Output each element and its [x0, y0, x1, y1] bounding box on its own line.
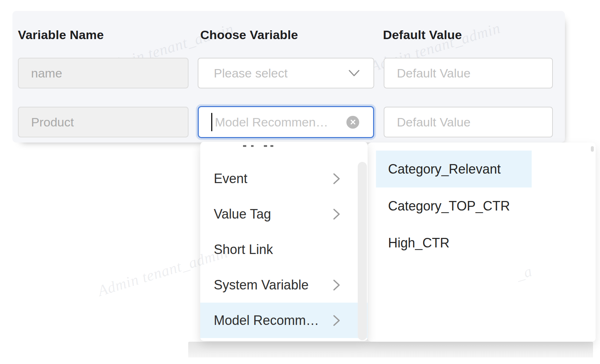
- clear-icon[interactable]: [346, 116, 359, 129]
- next-section-edge: [188, 342, 593, 357]
- default-value-placeholder-row2: Default Value: [397, 115, 471, 129]
- submenu-scrollbar-thumb[interactable]: [591, 146, 594, 152]
- submenu-item-label: Category_TOP_CTR: [388, 198, 510, 214]
- menu-item-model-recommend[interactable]: Model Recomm…: [200, 303, 368, 338]
- clipped-item-top: [200, 145, 368, 147]
- column-label-variable-name: Variable Name: [18, 28, 104, 42]
- menu-item-event[interactable]: Event: [200, 161, 368, 196]
- default-value-placeholder-row1: Default Value: [397, 66, 471, 80]
- variable-name-value-row2: Product: [31, 115, 74, 129]
- menu-item-short-link[interactable]: Short Link: [200, 232, 368, 267]
- menu-item-label: Event: [214, 171, 333, 186]
- menu-item-value-tag[interactable]: Value Tag: [200, 196, 368, 232]
- submenu-item-high-ctr[interactable]: High_CTR: [376, 224, 532, 261]
- text-cursor: [211, 113, 212, 131]
- menu-item-label: Model Recomm…: [214, 313, 333, 328]
- chevron-down-icon: [349, 69, 360, 77]
- menu-scrollbar-thumb[interactable]: [358, 162, 367, 340]
- submenu-item-label: Category_Relevant: [388, 162, 501, 177]
- chevron-right-icon: [333, 314, 341, 327]
- menu-item-label: System Variable: [214, 277, 333, 293]
- choose-variable-value-row2: Model Recommen…: [215, 115, 346, 129]
- default-value-input-row2[interactable]: Default Value: [384, 107, 553, 137]
- default-value-input-row1[interactable]: Default Value: [384, 58, 553, 88]
- cascader-menu-panel: Event Value Tag Short Link System Variab…: [200, 142, 368, 341]
- variable-name-input-row2: Product: [18, 107, 189, 137]
- choose-variable-select-row2[interactable]: Model Recommen…: [198, 106, 374, 138]
- column-label-default-value: Default Value: [383, 28, 462, 42]
- submenu-item-category-top-ctr[interactable]: Category_TOP_CTR: [376, 187, 532, 224]
- cascader-submenu-panel: Category_Relevant Category_TOP_CTR High_…: [368, 143, 596, 342]
- column-label-choose-variable: Choose Variable: [200, 28, 298, 42]
- menu-item-system-variable[interactable]: System Variable: [200, 267, 368, 303]
- menu-item-label: Short Link: [214, 242, 357, 257]
- variable-name-value-row1: name: [31, 66, 62, 80]
- chevron-right-icon: [333, 279, 341, 291]
- choose-variable-placeholder-row1: Please select: [214, 66, 349, 80]
- menu-item-label: Value Tag: [214, 206, 333, 222]
- variable-name-input-row1: name: [18, 58, 189, 88]
- submenu-item-category-relevant[interactable]: Category_Relevant: [376, 151, 532, 187]
- chevron-right-icon: [333, 172, 341, 185]
- submenu-item-label: High_CTR: [388, 235, 449, 251]
- chevron-right-icon: [333, 208, 341, 220]
- choose-variable-select-row1[interactable]: Please select: [198, 58, 374, 88]
